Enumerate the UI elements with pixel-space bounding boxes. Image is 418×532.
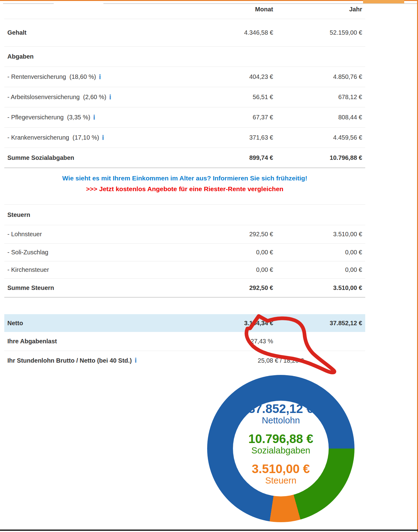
table-row-krankenversicherung: - Krankenversicherung (17,10 %)i 371,63 …: [4, 128, 365, 148]
info-icon[interactable]: i: [109, 94, 111, 101]
info-icon[interactable]: i: [99, 73, 101, 81]
row-label: - Rentenversicherung (18,60 %): [7, 73, 96, 80]
info-icon[interactable]: i: [102, 134, 104, 141]
row-label: - Krankenversicherung (17,10 %): [7, 134, 99, 141]
steuern-value: 3.510,00 €: [207, 462, 354, 476]
row-label: Summe Steuern: [7, 284, 212, 291]
donut-center-labels: 37.852,12 € Nettolohn 10.796,88 € Sozial…: [207, 402, 354, 492]
table-row-soli-zuschlag: - Soli-Zuschlag 0,00 € 0,00 €: [4, 244, 365, 261]
value-month: 292,50 €: [212, 231, 273, 238]
table-row-gehalt: Gehalt 4.346,58 € 52.159,00 €: [4, 19, 365, 47]
sozialabgaben-value: 10.796,88 €: [207, 432, 354, 445]
info-icon[interactable]: i: [135, 357, 137, 364]
value-month: 56,51 €: [212, 94, 273, 101]
value-month: 899,74 €: [212, 154, 273, 161]
donut-chart-section: 37.852,12 € Nettolohn 10.796,88 € Sozial…: [0, 370, 418, 532]
summary-table: Netto 3.154,34 € 37.852,12 € Ihre Abgabe…: [4, 314, 365, 370]
sozialabgaben-label: Sozialabgaben: [207, 445, 354, 456]
value-month: 0,00 €: [212, 266, 273, 273]
value-year: 3.510,00 €: [273, 231, 362, 238]
table-row-kirchensteuer: - Kirchensteuer 0,00 € 0,00 €: [4, 261, 365, 279]
table-row-summe-steuern: Summe Steuern 292,50 € 3.510,00 €: [4, 279, 365, 298]
value-month: 292,50 €: [212, 284, 273, 291]
value-year: 37.852,12 €: [273, 320, 362, 327]
section-heading-label: Abgaben: [7, 53, 362, 60]
riester-compare-link[interactable]: >>> Jetzt kostenlos Angebote für eine Ri…: [86, 184, 284, 194]
row-label: - Lohnsteuer: [7, 231, 212, 238]
tax-table: Steuern - Lohnsteuer 292,50 € 3.510,00 €…: [4, 204, 365, 298]
section-heading-abgaben: Abgaben: [4, 47, 365, 67]
value-year: 678,12 €: [273, 94, 362, 101]
value-year: 3.510,00 €: [273, 284, 362, 291]
row-label: Ihre Abgabenlast: [7, 338, 212, 345]
stundenlohn-value: 25,08 € / 18,20 €: [212, 357, 304, 364]
value-year: 0,00 €: [273, 249, 362, 256]
section-heading-steuern: Steuern: [4, 204, 365, 225]
table-row-stundenlohn: Ihr Stundenlohn Brutto / Netto (bei 40 S…: [4, 351, 365, 370]
promo-text-line: Wie sieht es mit Ihrem Einkommen im Alte…: [4, 174, 365, 183]
value-year: 0,00 €: [273, 266, 362, 273]
value-month: 3.154,34 €: [212, 320, 273, 327]
nettolohn-label: Nettolohn: [207, 415, 354, 426]
value-year: 52.159,00 €: [273, 29, 362, 36]
table-row-netto: Netto 3.154,34 € 37.852,12 €: [4, 314, 365, 332]
info-icon[interactable]: i: [93, 114, 95, 121]
table-row-arbeitslosenversicherung: - Arbeitslosenversicherung (2,60 %)i 56,…: [4, 87, 365, 107]
table-row-rentenversicherung: - Rentenversicherung (18,60 %)i 404,23 €…: [4, 67, 365, 87]
row-label: Summe Sozialabgaben: [7, 154, 212, 161]
value-year: 4.850,76 €: [273, 73, 362, 80]
value-year: 10.796,88 €: [273, 154, 362, 161]
table-row-pflegeversicherung: - Pflegeversicherung (3,35 %)i 67,37 € 8…: [4, 107, 365, 128]
row-label: Gehalt: [7, 29, 212, 36]
row-label: - Arbeitslosenversicherung (2,60 %): [7, 94, 106, 101]
nettolohn-value: 37.852,12 €: [207, 402, 354, 415]
section-heading-label: Steuern: [7, 211, 362, 218]
row-label: Ihr Stundenlohn Brutto / Netto (bei 40 S…: [7, 357, 132, 364]
orange-button-fragment[interactable]: [363, 0, 404, 3]
row-label: - Soli-Zuschlag: [7, 249, 212, 256]
value-month: 371,63 €: [212, 134, 273, 141]
value-year: 808,44 €: [273, 114, 362, 121]
column-header-year: Jahr: [273, 6, 362, 13]
value-year: 4.459,56 €: [273, 134, 362, 141]
value-month: 404,23 €: [212, 73, 273, 80]
row-label: - Pflegeversicherung (3,35 %): [7, 114, 90, 121]
steuern-label: Steuern: [207, 476, 354, 486]
table-row-abgabenlast: Ihre Abgabenlast 27,43 %: [4, 332, 365, 351]
tab-bar-underline-left: [3, 3, 54, 4]
riester-promo-banner: Wie sieht es mit Ihrem Einkommen im Alte…: [4, 168, 365, 204]
bottom-window-border: [0, 530, 418, 531]
row-label: - Kirchensteuer: [7, 266, 212, 273]
table-row-summe-sozialabgaben: Summe Sozialabgaben 899,74 € 10.796,88 €: [4, 148, 365, 168]
top-orange-border: [0, 0, 418, 1]
value-month: 67,37 €: [212, 114, 273, 121]
table-row-lohnsteuer: - Lohnsteuer 292,50 € 3.510,00 €: [4, 225, 365, 244]
value-month: 4.346,58 €: [212, 29, 273, 36]
section-gap: [0, 298, 418, 314]
value-month: 0,00 €: [212, 249, 273, 256]
abgabenlast-value: 27,43 %: [212, 338, 273, 345]
column-header-month: Monat: [212, 6, 273, 13]
salary-table: Monat Jahr Gehalt 4.346,58 € 52.159,00 €…: [4, 0, 365, 168]
row-label: Netto: [7, 320, 212, 327]
